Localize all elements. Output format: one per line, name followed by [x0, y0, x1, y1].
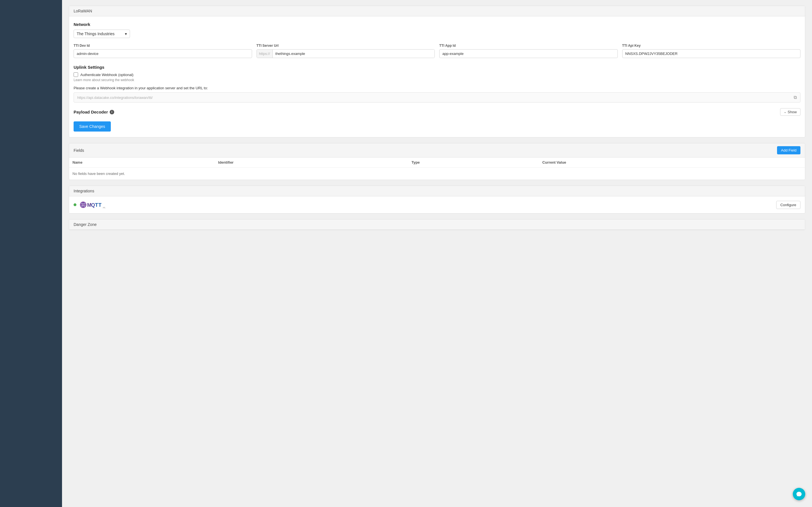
empty-message: No fields have been created yet. — [69, 168, 805, 180]
webhook-checkbox-row: Authenticate Webhook (optional) — [73, 72, 801, 77]
network-label: Network — [73, 22, 801, 27]
mqtt-status-dot — [73, 203, 77, 206]
tti-server-url-field: TTI Server Url https:// — [257, 44, 435, 58]
fields-table: Name Identifier Type Current Value No fi… — [69, 158, 805, 180]
danger-zone-card: Danger Zone — [69, 219, 805, 230]
col-current-value: Current Value — [539, 158, 805, 168]
col-identifier: Identifier — [215, 158, 408, 168]
danger-zone-title: Danger Zone — [73, 222, 97, 227]
network-selected-value: The Things Industries — [77, 32, 114, 36]
webhook-help-link[interactable]: Learn more about securing the webhook — [73, 78, 801, 82]
webhook-checkbox-label: Authenticate Webhook (optional) — [80, 73, 133, 77]
lorawan-title: LoRaWAN — [73, 9, 92, 13]
server-url-wrap: https:// — [257, 49, 435, 58]
integrations-card: Integrations M — [69, 186, 805, 214]
chevron-down-icon: ▾ — [125, 32, 127, 36]
tti-api-key-field: TTI Api Key — [622, 44, 801, 58]
fields-table-wrap: Name Identifier Type Current Value No fi… — [69, 158, 805, 180]
integrations-title: Integrations — [73, 189, 94, 193]
webhook-url-text: https://api.datacake.co/integrations/lor… — [77, 96, 792, 100]
tti-app-id-field: TTI App Id — [439, 44, 618, 58]
payload-decoder-label: Payload Decoder i — [73, 110, 114, 114]
tti-dev-id-input[interactable] — [73, 49, 252, 58]
mqtt-logo: M Q T T .org — [80, 200, 106, 209]
show-payload-button[interactable]: ⌄ Show — [780, 108, 801, 116]
svg-text:T: T — [98, 202, 101, 208]
tti-server-url-label: TTI Server Url — [257, 44, 435, 48]
tti-app-id-label: TTI App Id — [439, 44, 618, 48]
svg-text:T: T — [95, 202, 98, 208]
tti-fields-row: TTI Dev Id TTI Server Url https:// TTI A… — [73, 44, 801, 58]
mqtt-svg: M Q T T .org — [80, 200, 105, 209]
payload-decoder-row: Payload Decoder i ⌄ Show — [73, 108, 801, 116]
webhook-url-row: https://api.datacake.co/integrations/lor… — [73, 93, 801, 103]
save-changes-button[interactable]: Save Changes — [73, 121, 111, 131]
integrations-card-header: Integrations — [69, 186, 805, 196]
tti-api-key-input[interactable] — [622, 49, 801, 58]
configure-button[interactable]: Configure — [776, 201, 801, 209]
main-content: LoRaWAN Network The Things Industries ▾ … — [62, 0, 812, 507]
fields-title: Fields — [73, 148, 84, 153]
mqtt-integration-row: M Q T T .org Configure — [69, 196, 805, 213]
tti-dev-id-field: TTI Dev Id — [73, 44, 252, 58]
sidebar — [0, 0, 62, 507]
network-dropdown[interactable]: The Things Industries ▾ — [73, 30, 130, 38]
tti-api-key-label: TTI Api Key — [622, 44, 801, 48]
tti-dev-id-label: TTI Dev Id — [73, 44, 252, 48]
chat-icon — [796, 491, 802, 497]
copy-icon[interactable]: ⧉ — [794, 95, 797, 100]
tti-server-url-input[interactable] — [273, 50, 435, 58]
webhook-notice: Please create a Webhook integration in y… — [73, 86, 801, 90]
svg-text:.org: .org — [102, 207, 105, 209]
server-url-prefix: https:// — [257, 50, 273, 58]
add-field-button[interactable]: Add Field — [777, 146, 801, 154]
col-type: Type — [408, 158, 539, 168]
show-label: Show — [788, 110, 797, 114]
svg-text:Q: Q — [91, 202, 95, 208]
info-icon[interactable]: i — [110, 110, 114, 114]
chevron-show-icon: ⌄ — [784, 110, 786, 114]
col-name: Name — [69, 158, 215, 168]
lorawan-card-header: LoRaWAN — [69, 6, 805, 16]
chat-bubble-button[interactable] — [793, 488, 805, 500]
tti-app-id-input[interactable] — [439, 49, 618, 58]
uplink-settings-label: Uplink Settings — [73, 65, 801, 69]
table-row: No fields have been created yet. — [69, 168, 805, 180]
fields-card-header: Fields Add Field — [69, 144, 805, 158]
uplink-settings-section: Uplink Settings Authenticate Webhook (op… — [73, 65, 801, 103]
authenticate-webhook-checkbox[interactable] — [73, 72, 78, 77]
svg-text:M: M — [87, 202, 91, 208]
lorawan-card-body: Network The Things Industries ▾ TTI Dev … — [69, 16, 805, 137]
lorawan-card: LoRaWAN Network The Things Industries ▾ … — [69, 6, 805, 137]
fields-card: Fields Add Field Name Identifier Type Cu… — [69, 143, 805, 180]
danger-zone-header: Danger Zone — [69, 219, 805, 230]
